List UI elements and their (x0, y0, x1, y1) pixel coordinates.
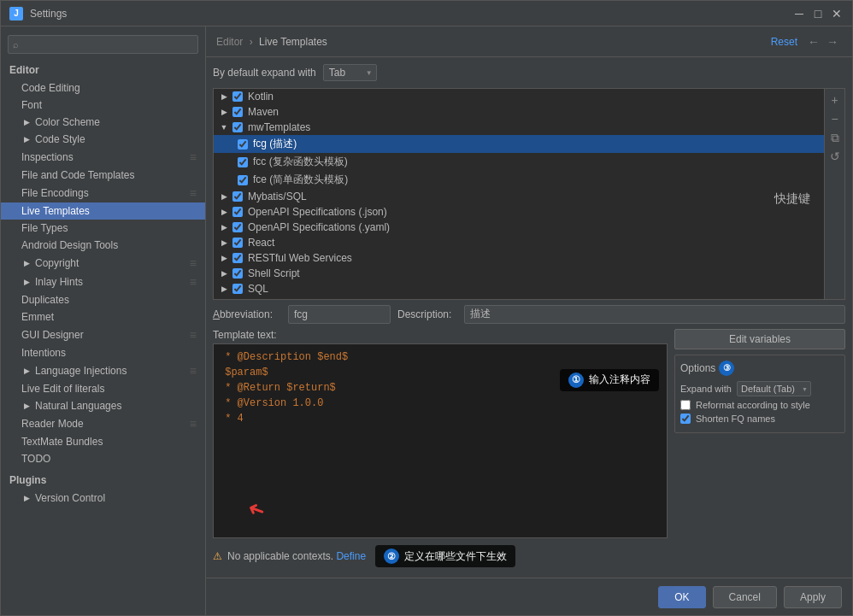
template-group-kotlin-header[interactable]: ▶ Kotlin (214, 89, 824, 104)
checkbox-mwtemplates[interactable] (232, 122, 243, 132)
add-template-button[interactable]: + (827, 92, 843, 108)
templates-area: ▶ Kotlin ▶ Maven (213, 88, 845, 300)
sidebar-item-gui-designer[interactable]: GUI Designer ≡ (1, 326, 205, 344)
template-group-webservices-header[interactable]: ▶ Web Services (214, 296, 824, 299)
sidebar-item-textmate-bundles[interactable]: TextMate Bundles (1, 433, 205, 450)
sidebar-item-reader-mode[interactable]: Reader Mode ≡ (1, 414, 205, 433)
expand-arrow-openapi-json: ▶ (219, 207, 229, 217)
sidebar-item-copyright[interactable]: ▶ Copyright ≡ (1, 254, 205, 273)
template-group-openapi-yaml-header[interactable]: ▶ OpenAPI Specifications (.yaml) (214, 220, 824, 235)
shorten-checkbox[interactable] (680, 414, 691, 424)
sidebar-item-inspections[interactable]: Inspections ≡ (1, 148, 205, 167)
sidebar-item-live-templates[interactable]: Live Templates (1, 202, 205, 220)
template-group-restful-header[interactable]: ▶ RESTful Web Services (214, 250, 824, 266)
search-box[interactable]: ⌕ (8, 35, 198, 54)
template-group-openapi-json-header[interactable]: ▶ OpenAPI Specifications (.json) (214, 204, 824, 220)
dialog-footer: OK Cancel Apply (206, 578, 852, 615)
checkbox-openapi-json[interactable] (232, 207, 243, 217)
shorten-label: Shorten FQ names (696, 414, 775, 424)
expand-with-select[interactable]: Tab Enter Space (323, 64, 377, 81)
description-label: Description: (397, 308, 457, 320)
template-group-mybatis-header[interactable]: ▶ Mybatis/SQL (214, 189, 824, 204)
template-group-openapi-json: ▶ OpenAPI Specifications (.json) (214, 204, 824, 220)
remove-template-button[interactable]: − (827, 111, 843, 126)
checkbox-sql[interactable] (232, 284, 243, 294)
edit-variables-button[interactable]: Edit variables (674, 329, 845, 349)
reset-button[interactable]: Reset (764, 34, 804, 50)
checkbox-maven[interactable] (232, 107, 243, 117)
checkbox-kotlin[interactable] (232, 91, 243, 102)
sidebar-item-font[interactable]: Font (1, 97, 205, 114)
ok-button[interactable]: OK (658, 586, 705, 608)
sidebar-item-intentions[interactable]: Intentions (1, 344, 205, 361)
sidebar-item-file-encodings[interactable]: File Encodings ≡ (1, 184, 205, 202)
checkbox-shell[interactable] (232, 268, 243, 279)
sidebar-item-label: File Encodings (21, 187, 89, 199)
maximize-button[interactable]: □ (811, 7, 825, 21)
checkbox-fcg[interactable] (238, 139, 248, 150)
sidebar-item-label: Inspections (21, 151, 74, 163)
sidebar-item-code-style[interactable]: ▶ Code Style (1, 131, 205, 148)
group-label-sql: SQL (248, 283, 268, 295)
sidebar-item-version-control[interactable]: ▶ Version Control (1, 490, 205, 507)
template-group-react-header[interactable]: ▶ React (214, 235, 824, 250)
expand-arrow-sql: ▶ (219, 284, 229, 294)
settings-window: J Settings ─ □ ✕ ⌕ Editor Code Editing F… (0, 0, 853, 616)
group-label-openapi-yaml: OpenAPI Specifications (.yaml) (248, 221, 390, 233)
expand-with-option-select-wrapper[interactable]: Default (Tab) Tab Enter Space (737, 381, 811, 396)
define-link[interactable]: Define (336, 550, 366, 562)
group-label-openapi-json: OpenAPI Specifications (.json) (248, 206, 387, 218)
sidebar-item-file-and-code-templates[interactable]: File and Code Templates (1, 167, 205, 184)
template-group-shell-header[interactable]: ▶ Shell Script (214, 266, 824, 281)
sidebar-item-live-edit[interactable]: Live Edit of literals (1, 380, 205, 397)
expand-with-option-select[interactable]: Default (Tab) Tab Enter Space (737, 381, 811, 396)
template-group-shell: ▶ Shell Script (214, 266, 824, 281)
sidebar-item-todo[interactable]: TODO (1, 450, 205, 467)
apply-button[interactable]: Apply (784, 586, 842, 608)
minimize-button[interactable]: ─ (792, 7, 806, 21)
template-label-fcc: fcc (复杂函数头模板) (253, 155, 348, 169)
sidebar-item-color-scheme[interactable]: ▶ Color Scheme (1, 114, 205, 131)
template-item-fcc[interactable]: fcc (复杂函数头模板) (214, 153, 824, 171)
sidebar-item-emmet[interactable]: Emmet (1, 308, 205, 326)
reformat-checkbox[interactable] (680, 400, 691, 410)
sidebar-item-code-editing[interactable]: Code Editing (1, 79, 205, 97)
sidebar-item-android-design-tools[interactable]: Android Design Tools (1, 237, 205, 254)
template-text-label: Template text: (213, 329, 668, 341)
description-input[interactable] (464, 305, 845, 324)
sidebar-item-label: Inlay Hints (35, 276, 83, 288)
expand-arrow-restful: ▶ (219, 253, 229, 263)
checkbox-openapi-yaml[interactable] (232, 222, 243, 232)
close-button[interactable]: ✕ (830, 7, 844, 21)
restore-template-button[interactable]: ↺ (827, 149, 843, 164)
copy-template-button[interactable]: ⧉ (827, 130, 843, 145)
template-group-mwtemplates-header[interactable]: ▼ mwTemplates (214, 120, 824, 135)
template-text-left: Template text: * @Description $end$ $par… (213, 329, 668, 539)
sidebar-item-inlay-hints[interactable]: ▶ Inlay Hints ≡ (1, 273, 205, 291)
checkbox-fce[interactable] (238, 175, 248, 185)
checkbox-react[interactable] (232, 238, 243, 248)
expand-with-label: By default expand with (213, 67, 316, 79)
search-input[interactable] (8, 35, 198, 54)
settings-icon: ≡ (190, 275, 197, 289)
breadcrumb-current: Live Templates (259, 36, 327, 48)
checkbox-fcc[interactable] (238, 157, 248, 167)
template-group-maven-header[interactable]: ▶ Maven (214, 104, 824, 120)
expand-with-select-wrapper[interactable]: Tab Enter Space (323, 64, 377, 81)
cancel-button[interactable]: Cancel (713, 586, 777, 608)
sidebar-item-duplicates[interactable]: Duplicates (1, 291, 205, 308)
checkbox-restful[interactable] (232, 253, 243, 263)
options-group: Options ③ Expand with Default (Tab) Tab … (674, 355, 845, 433)
nav-back-button[interactable]: ← (804, 33, 823, 50)
template-group-mwtemplates: ▼ mwTemplates fcg (描述) fcc (214, 120, 824, 189)
template-item-fce[interactable]: fce (简单函数头模板) (214, 171, 824, 189)
template-group-sql-header[interactable]: ▶ SQL (214, 281, 824, 296)
nav-forward-button[interactable]: → (823, 33, 842, 50)
checkbox-mybatis[interactable] (232, 191, 243, 202)
sidebar-item-language-injections[interactable]: ▶ Language Injections ≡ (1, 361, 205, 380)
sidebar-item-file-types[interactable]: File Types (1, 220, 205, 237)
expand-icon: ▶ (21, 117, 32, 127)
template-item-fcg[interactable]: fcg (描述) (214, 135, 824, 153)
abbreviation-input[interactable] (288, 305, 391, 324)
sidebar-item-natural-languages[interactable]: ▶ Natural Languages (1, 397, 205, 414)
